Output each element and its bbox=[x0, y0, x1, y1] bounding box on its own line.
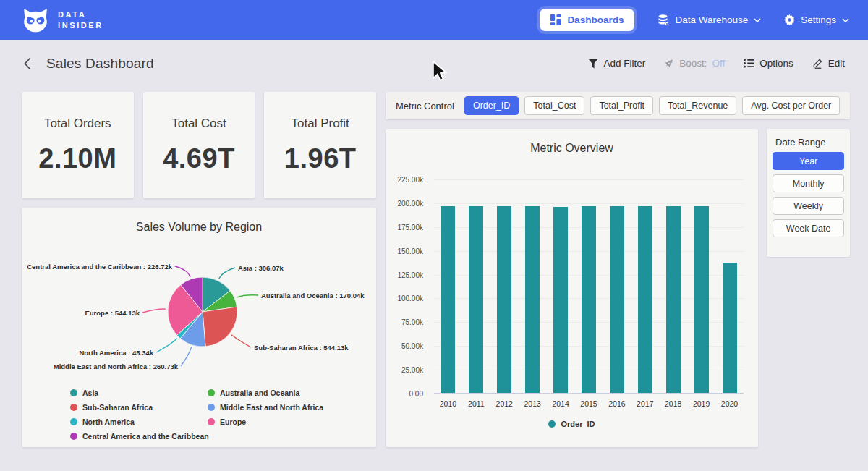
bar-slot bbox=[715, 179, 744, 393]
kpi-label: Total Profit bbox=[292, 116, 349, 131]
x-axis-tick-label: 2016 bbox=[603, 399, 631, 408]
data-warehouse-label: Data Warehouse bbox=[675, 14, 748, 25]
pie-label-europe: Europe : 544.13k bbox=[85, 309, 140, 317]
bar-2013[interactable] bbox=[525, 206, 540, 393]
pie-label-central-america-and-the-caribbean: Central America and the Caribbean : 226.… bbox=[27, 263, 173, 271]
bar-slot bbox=[631, 179, 659, 393]
x-axis-tick-label: 2015 bbox=[575, 399, 603, 408]
pie-legend-item-australia-and-oceania[interactable]: Australia and Oceania bbox=[208, 386, 323, 400]
pie-legend-column-2: Australia and OceaniaMiddle East and Nor… bbox=[208, 386, 323, 429]
settings-menu[interactable]: Settings bbox=[784, 14, 849, 25]
dashboard-grid-icon bbox=[550, 14, 561, 25]
pie-legend-item-europe[interactable]: Europe bbox=[208, 415, 323, 429]
boost-toggle[interactable]: Boost: Off bbox=[664, 58, 725, 69]
pie-label-north-america: North America : 45.34k bbox=[79, 349, 153, 357]
bar-chart-plot bbox=[434, 179, 744, 394]
options-button[interactable]: Options bbox=[744, 58, 793, 69]
pie-legend-item-asia[interactable]: Asia bbox=[70, 386, 209, 400]
database-icon bbox=[658, 14, 669, 26]
legend-dot bbox=[208, 404, 215, 411]
pie-chart-title: Sales Volume by Region bbox=[22, 208, 376, 234]
settings-label: Settings bbox=[801, 14, 836, 25]
list-options-icon bbox=[744, 59, 754, 68]
x-axis-tick-label: 2012 bbox=[490, 399, 519, 408]
metric-option-total-profit[interactable]: Total_Profit bbox=[590, 96, 653, 115]
bar-2014[interactable] bbox=[553, 207, 568, 394]
bar-2011[interactable] bbox=[469, 206, 483, 393]
kpi-card-total-cost: Total Cost4.69T bbox=[143, 92, 255, 198]
pie-legend-label: North America bbox=[82, 417, 135, 426]
edit-button[interactable]: Edit bbox=[812, 58, 845, 69]
bar-slot bbox=[490, 179, 519, 393]
pie-legend-item-middle-east-and-north-africa[interactable]: Middle East and North Africa bbox=[208, 400, 323, 415]
pie-legend-item-sub-saharan-africa[interactable]: Sub-Saharan Africa bbox=[70, 400, 209, 415]
metric-control-label: Metric Control bbox=[396, 101, 454, 111]
x-axis-tick-label: 2011 bbox=[462, 399, 490, 408]
pencil-edit-icon bbox=[812, 58, 823, 69]
pie-callout-line bbox=[175, 266, 190, 277]
date-range-year[interactable]: Year bbox=[773, 152, 844, 170]
kpi-value: 1.96T bbox=[284, 143, 357, 174]
back-button[interactable] bbox=[22, 56, 33, 72]
date-range-monthly[interactable]: Monthly bbox=[773, 174, 844, 192]
metric-option-order-id[interactable]: Order_ID bbox=[464, 96, 519, 115]
nav-menu: Dashboards Data Warehouse Settings bbox=[540, 9, 849, 31]
kpi-card-total-profit: Total Profit1.96T bbox=[264, 92, 376, 198]
x-axis-tick-label: 2013 bbox=[519, 399, 547, 408]
bar-chart-legend[interactable]: Order_ID bbox=[386, 420, 758, 428]
pie-label-asia: Asia : 306.07k bbox=[238, 264, 284, 272]
y-axis-tick-label: 50.00k bbox=[386, 342, 423, 350]
bar-2017[interactable] bbox=[638, 206, 652, 393]
metric-option-avg-cost-per-order[interactable]: Avg. Cost per Order bbox=[742, 96, 840, 115]
bar-2020[interactable] bbox=[723, 263, 737, 393]
date-range-panel: Date Range YearMonthlyWeeklyWeek Date bbox=[767, 129, 850, 257]
metric-option-total-cost[interactable]: Total_Cost bbox=[524, 96, 584, 115]
rocket-icon bbox=[664, 58, 674, 69]
pie-legend-label: Asia bbox=[82, 389, 98, 397]
kpi-label: Total Orders bbox=[44, 116, 111, 131]
y-axis-tick-label: 100.00k bbox=[386, 294, 423, 302]
pie-legend-label: Australia and Oceania bbox=[220, 389, 299, 397]
top-nav: DATA INSIDER Dashboards Data Warehouse bbox=[0, 0, 868, 40]
bar-slot bbox=[547, 179, 575, 393]
legend-dot bbox=[70, 404, 77, 411]
pie-callout-line bbox=[156, 339, 177, 352]
date-range-week-date[interactable]: Week Date bbox=[773, 219, 844, 237]
bar-2012[interactable] bbox=[497, 206, 511, 393]
bar-2015[interactable] bbox=[582, 206, 596, 393]
bar-2016[interactable] bbox=[610, 206, 624, 393]
edit-label: Edit bbox=[828, 58, 845, 69]
pie-legend-label: Europe bbox=[220, 417, 246, 426]
x-axis-tick-label: 2014 bbox=[547, 399, 575, 408]
bar-chart-x-axis: 2010201120122013201420152016201720182019… bbox=[434, 399, 744, 408]
chevron-down-icon bbox=[842, 18, 849, 22]
pie-legend-label: Middle East and North Africa bbox=[220, 403, 323, 412]
bar-slot bbox=[519, 179, 547, 393]
metric-option-total-revenue[interactable]: Total_Revenue bbox=[659, 96, 736, 115]
bar-chart-title: Metric Overview bbox=[386, 129, 758, 155]
bar-chart-card: Metric Overview 0.0025.00k50.00k75.00k10… bbox=[386, 129, 758, 447]
legend-dot bbox=[208, 418, 215, 425]
bar-2018[interactable] bbox=[666, 206, 681, 393]
dashboards-button[interactable]: Dashboards bbox=[540, 9, 634, 31]
kpi-label: Total Cost bbox=[171, 116, 226, 131]
legend-label: Order_ID bbox=[561, 420, 595, 428]
legend-dot bbox=[548, 420, 556, 428]
pie-slice-sub-saharan-africa[interactable] bbox=[203, 307, 237, 347]
pie-legend-item-north-america[interactable]: North America bbox=[70, 415, 209, 429]
metric-control-bar: Metric Control Order_IDTotal_CostTotal_P… bbox=[386, 92, 850, 119]
options-label: Options bbox=[760, 58, 793, 69]
bar-slot bbox=[462, 179, 490, 393]
y-axis-tick-label: 75.00k bbox=[386, 318, 423, 326]
pie-callout-line bbox=[181, 347, 192, 366]
x-axis-tick-label: 2010 bbox=[434, 399, 462, 408]
kpi-row: Total Orders2.10MTotal Cost4.69TTotal Pr… bbox=[22, 92, 376, 198]
bar-slot bbox=[687, 179, 715, 393]
x-axis-tick-label: 2019 bbox=[687, 399, 715, 408]
add-filter-button[interactable]: Add Filter bbox=[588, 58, 645, 69]
date-range-weekly[interactable]: Weekly bbox=[773, 197, 844, 215]
bar-2010[interactable] bbox=[441, 206, 455, 393]
pie-legend-item-central-america-and-the-caribbean[interactable]: Central America and the Caribbean bbox=[70, 429, 209, 444]
data-warehouse-menu[interactable]: Data Warehouse bbox=[658, 14, 761, 26]
bar-2019[interactable] bbox=[694, 206, 709, 393]
